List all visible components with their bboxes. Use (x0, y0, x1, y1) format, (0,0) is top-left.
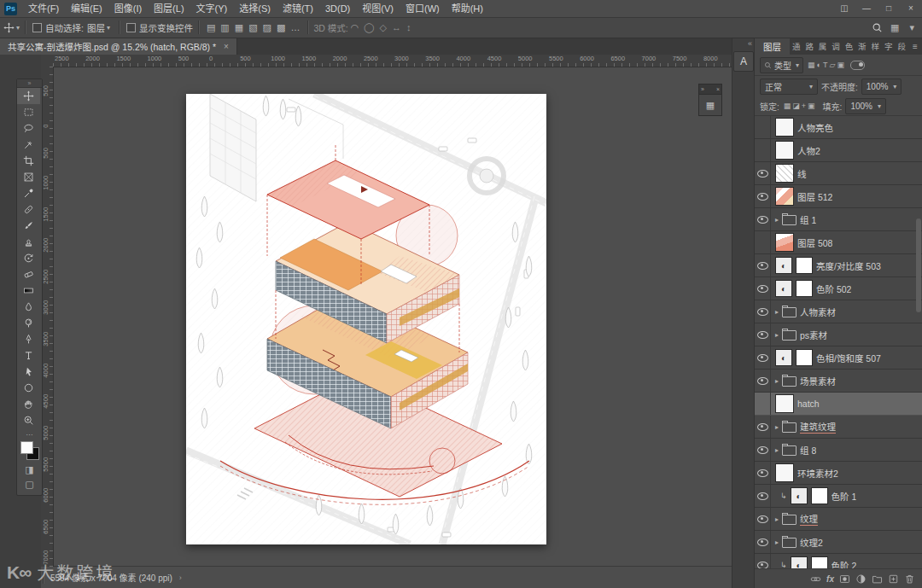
move-tool[interactable] (17, 88, 40, 104)
quick-mask-icon[interactable]: ◨ (17, 463, 42, 477)
marquee-tool[interactable] (17, 104, 40, 120)
slide-3d-icon[interactable]: ↔ (389, 22, 404, 33)
layer-name[interactable]: 人物素材 (800, 306, 836, 318)
visibility-toggle-icon[interactable] (755, 554, 771, 568)
close-tab-icon[interactable]: × (224, 42, 229, 51)
horizontal-ruler[interactable]: 2500200015001000500050010001500200025003… (53, 55, 732, 67)
menu-item[interactable]: 文件(F) (22, 0, 65, 17)
canvas-artboard[interactable] (186, 94, 546, 544)
layer-name[interactable]: 人物2 (797, 144, 820, 157)
layer-row[interactable]: 纹理 (755, 508, 922, 531)
visibility-toggle-icon[interactable] (755, 323, 771, 346)
adjustment-icon[interactable] (791, 556, 808, 568)
layer-name[interactable]: 亮度/对比度 503 (816, 259, 881, 272)
layer-row[interactable]: 人物亮色 (755, 116, 922, 139)
wand-tool[interactable] (17, 137, 40, 153)
menu-item[interactable]: 文字(Y) (190, 0, 234, 17)
layer-row[interactable]: 人物素材 (755, 300, 922, 323)
layer-name[interactable]: 图层 508 (797, 236, 832, 249)
roll-3d-icon[interactable]: ◯ (361, 22, 376, 33)
layer-row[interactable]: 场景素材 (755, 370, 922, 393)
layer-row[interactable]: 图层 508 (755, 231, 922, 254)
layer-filter-dropdown[interactable]: 类型 ▾ (760, 57, 803, 73)
visibility-toggle-icon[interactable] (755, 300, 771, 323)
edit-toolbar-icon[interactable]: … (17, 428, 42, 437)
layer-row[interactable]: hatch (755, 393, 922, 416)
new-group-icon[interactable] (872, 573, 883, 585)
layer-name[interactable]: 人物亮色 (797, 121, 833, 134)
layer-name[interactable]: 色阶 2 (832, 559, 857, 569)
hand-tool[interactable] (17, 396, 40, 412)
layer-thumbnail[interactable] (775, 141, 794, 160)
workspace-button[interactable]: ◫ (833, 0, 855, 17)
tools-panel-grip[interactable]: » (17, 79, 42, 88)
panel-tab[interactable]: 属 (818, 40, 828, 52)
visibility-toggle-icon[interactable] (755, 254, 771, 277)
panel-tab[interactable]: 渐 (857, 40, 867, 52)
show-transform-checkbox[interactable] (126, 23, 136, 32)
layer-row[interactable]: 人物2 (755, 139, 922, 162)
blend-mode-dropdown[interactable]: 正常 ▾ (760, 79, 818, 95)
menu-item[interactable]: 视图(V) (356, 0, 400, 17)
layer-row[interactable]: 线 (755, 162, 922, 185)
tool-preset-caret-icon[interactable]: ▾ (16, 24, 20, 32)
align-right-icon[interactable]: ▦ (232, 22, 246, 33)
layer-thumbnail[interactable] (775, 187, 794, 206)
workspace-layout-icon[interactable]: ▦ (888, 22, 902, 33)
panel-tab[interactable]: 样 (871, 40, 881, 52)
visibility-toggle-icon[interactable] (755, 208, 771, 230)
scrollbar-thumb[interactable] (916, 218, 921, 312)
brush-tool[interactable] (17, 218, 40, 234)
add-mask-icon[interactable] (839, 573, 850, 585)
disclosure-icon[interactable] (775, 539, 779, 546)
visibility-toggle-icon[interactable] (755, 116, 771, 138)
character-panel-icon[interactable]: A (733, 51, 754, 72)
layer-name[interactable]: 色阶 502 (816, 282, 851, 295)
blur-tool[interactable] (17, 299, 40, 315)
visibility-toggle-icon[interactable] (755, 508, 771, 530)
mask-thumbnail[interactable] (796, 349, 813, 366)
layer-row[interactable]: 建筑纹理 (755, 416, 922, 439)
restore-button[interactable]: □ (878, 0, 900, 17)
screen-mode-icon[interactable]: ▢ (17, 477, 42, 492)
layer-row[interactable]: 组 1 (755, 208, 922, 231)
layer-row[interactable]: 纹理2 (755, 531, 922, 554)
layer-row[interactable]: 色阶 2 (755, 554, 922, 568)
pan-3d-icon[interactable]: ◇ (377, 22, 389, 33)
visibility-toggle-icon[interactable] (755, 370, 771, 392)
visibility-toggle-icon[interactable] (755, 162, 771, 184)
panel-close-icon[interactable]: × (716, 86, 720, 92)
align-bottom-icon[interactable]: ▩ (274, 22, 288, 33)
layer-row[interactable]: 环境素材2 (755, 462, 922, 485)
status-chevron-icon[interactable]: › (179, 573, 182, 582)
vertical-ruler[interactable]: 5000500100015002000250030003500400045005… (41, 67, 54, 567)
eyedropper-tool[interactable] (17, 185, 40, 201)
layer-row[interactable]: 图层 512 (755, 185, 922, 208)
layer-row[interactable]: 色相/饱和度 507 (755, 346, 922, 370)
layers-list[interactable]: 人物亮色 人物2 (755, 116, 922, 568)
filter-shape-icon[interactable]: ▱ (828, 61, 836, 69)
disclosure-icon[interactable] (775, 331, 779, 339)
panel-menu-icon[interactable]: ≡ (908, 38, 922, 55)
type-tool[interactable] (17, 347, 40, 364)
lock-transparency-icon[interactable]: ▦ (783, 102, 792, 110)
opacity-field[interactable]: 100%▾ (861, 79, 902, 95)
caret-icon[interactable]: ▾ (907, 22, 917, 33)
disclosure-icon[interactable] (775, 216, 779, 224)
frame-tool[interactable] (17, 169, 40, 185)
color-swatches[interactable] (20, 441, 39, 460)
mask-thumbnail[interactable] (796, 257, 813, 274)
panel-collapse-icon[interactable]: » (701, 86, 704, 92)
align-center-h-icon[interactable]: ▥ (218, 22, 231, 33)
disclosure-icon[interactable] (775, 377, 779, 385)
gradient-tool[interactable] (17, 282, 40, 299)
visibility-toggle-icon[interactable] (755, 139, 771, 161)
align-top-icon[interactable]: ▧ (246, 22, 260, 33)
visibility-toggle-icon[interactable] (755, 231, 771, 253)
layer-name[interactable]: 色相/饱和度 507 (816, 352, 881, 364)
visibility-toggle-icon[interactable] (755, 277, 771, 300)
link-layers-icon[interactable] (810, 573, 821, 585)
layer-name[interactable]: 建筑纹理 (800, 420, 836, 434)
filter-adjustment-icon[interactable]: ◐ (816, 61, 822, 69)
layer-row[interactable]: 组 8 (755, 439, 922, 462)
